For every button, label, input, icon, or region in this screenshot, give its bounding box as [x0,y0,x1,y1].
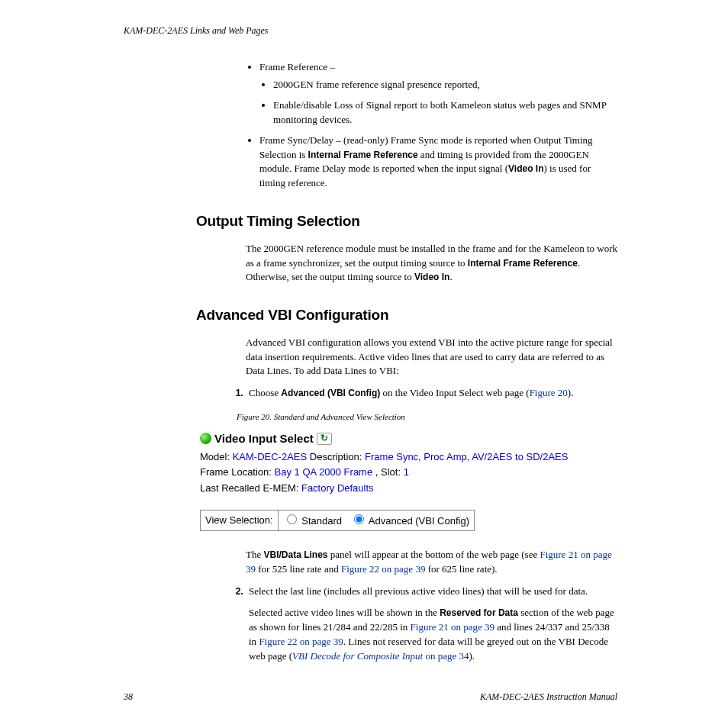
frame-reference-label: Frame Reference – [259,61,335,72]
page-number: 38 [124,691,133,704]
figure-22-link-2[interactable]: Figure 22 on page 39 [259,636,343,647]
view-selection-panel: View Selection: Standard Advanced (VBI C… [200,510,475,531]
model-line: Model: KAM-DEC-2AES Description: Frame S… [200,449,617,465]
advanced-vbi-heading: Advanced VBI Configuration [196,304,617,326]
radio-standard[interactable]: Standard [283,515,342,527]
radio-advanced[interactable]: Advanced (VBI Config) [350,515,469,527]
advanced-vbi-para: Advanced VBI configuration allows you ex… [246,336,617,379]
step-2: Select the last line (includes all previ… [246,585,617,664]
running-header: KAM-DEC-2AES Links and Web Pages [124,24,617,37]
frame-reference-bullets: Frame Reference – 2000GEN frame referenc… [246,60,617,191]
figure-20-link[interactable]: Figure 20 [530,387,568,398]
step-1: Choose Advanced (VBI Config) on the Vide… [246,386,617,401]
output-timing-selection-para: The 2000GEN reference module must be ins… [246,242,617,285]
vbi-decode-link[interactable]: VBI Decode for Composite Input [292,650,423,662]
figure-21-link-2[interactable]: Figure 21 on page 39 [411,621,494,633]
frame-sync-delay-bullet: Frame Sync/Delay – (read-only) Frame Syn… [259,134,617,191]
sub-bullet-2000gen: 2000GEN frame reference signal presence … [273,78,617,92]
figure-20-caption: Figure 20. Standard and Advanced View Se… [237,411,617,424]
figure-20-screenshot: Video Input Select ↻ Model: KAM-DEC-2AES… [200,430,617,531]
manual-title-footer: KAM-DEC-2AES Instruction Manual [480,691,617,704]
sub-bullet-loss-of-signal: Enable/disable Loss of Signal report to … [273,98,617,127]
frame-location-line: Frame Location: Bay 1 QA 2000 Frame , Sl… [200,465,617,480]
status-dot-icon [200,433,211,444]
emem-line: Last Recalled E-MEM: Factory Defaults [200,481,617,496]
view-selection-label: View Selection: [201,510,279,530]
vbi-data-lines-para: The VBI/Data Lines panel will appear at … [246,548,617,577]
refresh-icon[interactable]: ↻ [317,433,332,445]
figure-22-link[interactable]: Figure 22 on page 39 [341,563,425,575]
video-input-select-title: Video Input Select [214,430,314,447]
output-timing-selection-heading: Output Timing Selection [196,211,617,232]
